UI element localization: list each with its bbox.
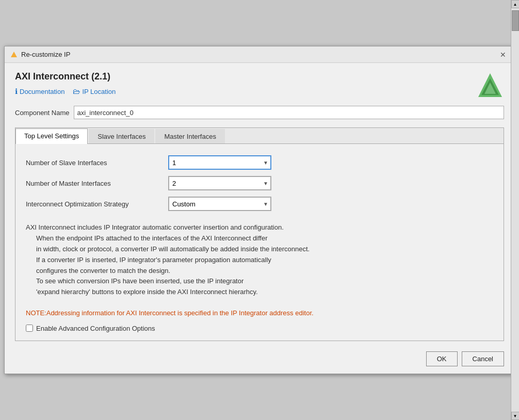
- close-button[interactable]: ✕: [497, 50, 509, 59]
- num-master-select[interactable]: 1 2 3 4: [168, 176, 271, 190]
- tab-panel-container: Top Level Settings Slave Interfaces Mast…: [15, 127, 504, 341]
- footer: OK Cancel: [5, 346, 514, 374]
- advanced-config-row: Enable Advanced Configuration Options: [26, 325, 493, 332]
- opt-strategy-label: Interconnect Optimization Strategy: [26, 200, 160, 208]
- info-indent-2: If a converter IP is inserted, IP integr…: [36, 255, 493, 266]
- num-slave-select-wrapper: 1 2 3 4 ▼: [168, 155, 271, 170]
- cancel-button[interactable]: Cancel: [462, 351, 504, 366]
- folder-icon: 🗁: [73, 87, 80, 95]
- info-line1: AXI Interconnect includes IP Integrator …: [26, 222, 493, 233]
- info-indent-3: configures the converter to match the de…: [36, 266, 493, 277]
- component-name-row: Component Name: [15, 106, 504, 119]
- info-indented: When the endpoint IPs attached to the in…: [36, 233, 493, 298]
- scroll-up-arrow[interactable]: ▲: [511, 0, 520, 8]
- ok-button[interactable]: OK: [426, 351, 458, 366]
- opt-strategy-row: Interconnect Optimization Strategy Custo…: [26, 193, 493, 214]
- info-indent-4: To see which conversion IPs have been in…: [36, 276, 493, 287]
- advanced-config-label: Enable Advanced Configuration Options: [36, 325, 155, 332]
- component-name-label: Component Name: [15, 109, 70, 117]
- opt-strategy-select-wrapper: Custom Minimize Area Minimize Latency ▼: [168, 197, 271, 211]
- tab-content-area: Top Level Settings Slave Interfaces Mast…: [15, 128, 504, 340]
- num-master-label: Number of Master Interfaces: [26, 180, 160, 187]
- tab-top-level[interactable]: Top Level Settings: [15, 128, 88, 144]
- info-section: AXI Interconnect includes IP Integrator …: [26, 222, 493, 302]
- info-indent-1: in width, clock or protocol, a converter…: [36, 244, 493, 255]
- title-bar: Re-customize IP ✕: [5, 46, 514, 63]
- tab-master-interfaces[interactable]: Master Interfaces: [155, 129, 224, 143]
- tab-slave-interfaces[interactable]: Slave Interfaces: [89, 129, 154, 143]
- info-indent-5: 'expand hierarchy' buttons to explore in…: [36, 287, 493, 298]
- num-slave-row: Number of Slave Interfaces 1 2 3 4 ▼: [26, 152, 493, 173]
- dialog-title: Re-customize IP: [21, 51, 70, 58]
- component-name-input[interactable]: [74, 106, 505, 119]
- note-text: NOTE:Addressing information for AXI Inte…: [26, 308, 493, 318]
- info-indent-0: When the endpoint IPs attached to the in…: [36, 233, 493, 244]
- app-icon: [10, 51, 18, 59]
- tab-bar: Top Level Settings Slave Interfaces Mast…: [15, 128, 504, 144]
- num-slave-label: Number of Slave Interfaces: [26, 159, 160, 167]
- opt-strategy-select[interactable]: Custom Minimize Area Minimize Latency: [168, 197, 271, 211]
- vivado-logo: [476, 71, 504, 99]
- scroll-down-arrow[interactable]: ▼: [511, 412, 520, 420]
- info-icon: ℹ: [15, 87, 18, 95]
- advanced-config-checkbox[interactable]: [26, 325, 33, 332]
- num-master-select-wrapper: 1 2 3 4 ▼: [168, 176, 271, 190]
- svg-marker-0: [11, 52, 17, 57]
- num-master-row: Number of Master Interfaces 1 2 3 4 ▼: [26, 173, 493, 193]
- app-title: AXI Interconnect (2.1): [15, 71, 116, 82]
- documentation-link[interactable]: ℹ Documentation: [15, 87, 64, 95]
- scroll-thumb[interactable]: [512, 10, 519, 31]
- ip-location-link[interactable]: 🗁 IP Location: [73, 87, 116, 95]
- num-slave-select[interactable]: 1 2 3 4: [168, 155, 271, 170]
- tab-top-level-content: Number of Slave Interfaces 1 2 3 4 ▼: [15, 144, 504, 340]
- scrollbar[interactable]: ▲ ▼: [511, 0, 519, 420]
- nav-links: ℹ Documentation 🗁 IP Location: [15, 87, 116, 95]
